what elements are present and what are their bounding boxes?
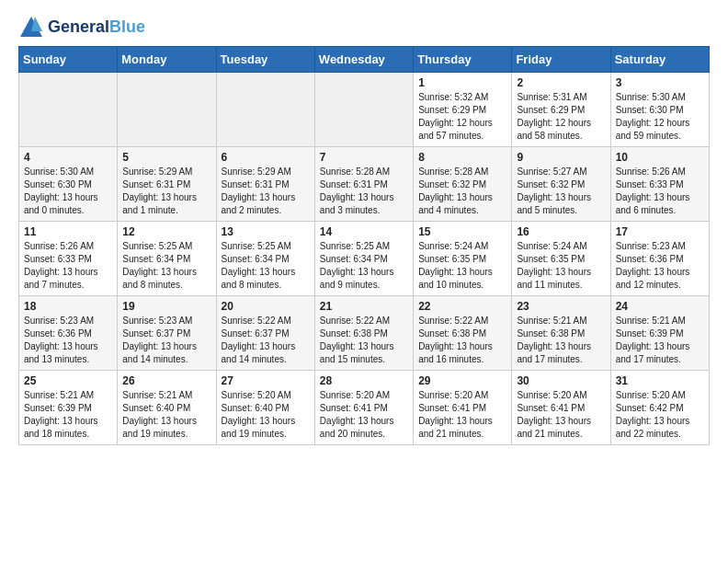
calendar-cell — [314, 73, 413, 147]
day-number: 26 — [122, 374, 210, 387]
day-info: Sunrise: 5:23 AM Sunset: 6:36 PM Dayligh… — [24, 315, 112, 366]
calendar-cell: 24Sunrise: 5:21 AM Sunset: 6:39 PM Dayli… — [610, 296, 709, 371]
calendar-cell: 28Sunrise: 5:20 AM Sunset: 6:41 PM Dayli… — [314, 371, 413, 445]
logo-text: GeneralBlue — [48, 18, 145, 37]
logo: GeneralBlue — [18, 15, 145, 40]
day-number: 17 — [616, 225, 704, 238]
column-header-tuesday: Tuesday — [216, 47, 314, 73]
day-number: 14 — [320, 225, 408, 238]
calendar-cell: 3Sunrise: 5:30 AM Sunset: 6:30 PM Daylig… — [610, 73, 709, 147]
day-number: 15 — [418, 225, 506, 238]
calendar-cell — [216, 73, 314, 147]
day-number: 31 — [616, 374, 704, 387]
day-number: 8 — [418, 151, 506, 164]
calendar-week-row: 4Sunrise: 5:30 AM Sunset: 6:30 PM Daylig… — [19, 147, 710, 222]
day-info: Sunrise: 5:22 AM Sunset: 6:38 PM Dayligh… — [418, 315, 506, 366]
column-header-sunday: Sunday — [19, 47, 118, 73]
calendar-cell: 21Sunrise: 5:22 AM Sunset: 6:38 PM Dayli… — [314, 296, 413, 371]
day-info: Sunrise: 5:28 AM Sunset: 6:31 PM Dayligh… — [320, 166, 408, 217]
day-info: Sunrise: 5:23 AM Sunset: 6:36 PM Dayligh… — [616, 240, 704, 292]
day-info: Sunrise: 5:25 AM Sunset: 6:34 PM Dayligh… — [320, 240, 408, 292]
day-info: Sunrise: 5:29 AM Sunset: 6:31 PM Dayligh… — [222, 166, 310, 217]
day-number: 3 — [616, 76, 704, 89]
calendar-cell: 31Sunrise: 5:20 AM Sunset: 6:42 PM Dayli… — [610, 371, 709, 445]
column-header-saturday: Saturday — [610, 47, 709, 73]
day-info: Sunrise: 5:24 AM Sunset: 6:35 PM Dayligh… — [418, 240, 506, 292]
calendar-cell: 1Sunrise: 5:32 AM Sunset: 6:29 PM Daylig… — [414, 73, 512, 147]
day-number: 20 — [222, 300, 310, 313]
day-info: Sunrise: 5:25 AM Sunset: 6:34 PM Dayligh… — [122, 240, 210, 292]
calendar-cell: 12Sunrise: 5:25 AM Sunset: 6:34 PM Dayli… — [118, 222, 216, 296]
calendar-cell: 30Sunrise: 5:20 AM Sunset: 6:41 PM Dayli… — [512, 371, 610, 445]
day-number: 18 — [24, 300, 112, 313]
day-number: 28 — [320, 374, 408, 387]
day-info: Sunrise: 5:20 AM Sunset: 6:41 PM Dayligh… — [320, 389, 408, 441]
column-header-wednesday: Wednesday — [314, 47, 413, 73]
calendar-week-row: 25Sunrise: 5:21 AM Sunset: 6:39 PM Dayli… — [19, 371, 710, 445]
calendar-cell: 4Sunrise: 5:30 AM Sunset: 6:30 PM Daylig… — [19, 147, 118, 222]
column-header-thursday: Thursday — [414, 47, 512, 73]
calendar-cell: 8Sunrise: 5:28 AM Sunset: 6:32 PM Daylig… — [414, 147, 512, 222]
day-number: 19 — [122, 300, 210, 313]
day-info: Sunrise: 5:21 AM Sunset: 6:40 PM Dayligh… — [122, 389, 210, 441]
day-info: Sunrise: 5:21 AM Sunset: 6:39 PM Dayligh… — [24, 389, 112, 441]
day-number: 25 — [24, 374, 112, 387]
day-number: 24 — [616, 300, 704, 313]
day-number: 9 — [517, 151, 605, 164]
calendar-week-row: 11Sunrise: 5:26 AM Sunset: 6:33 PM Dayli… — [19, 222, 710, 296]
calendar-cell — [118, 73, 216, 147]
calendar-week-row: 18Sunrise: 5:23 AM Sunset: 6:36 PM Dayli… — [19, 296, 710, 371]
day-info: Sunrise: 5:30 AM Sunset: 6:30 PM Dayligh… — [616, 91, 704, 143]
calendar-table: SundayMondayTuesdayWednesdayThursdayFrid… — [18, 46, 710, 445]
day-info: Sunrise: 5:25 AM Sunset: 6:34 PM Dayligh… — [222, 240, 310, 292]
calendar-cell — [19, 73, 118, 147]
calendar-cell: 6Sunrise: 5:29 AM Sunset: 6:31 PM Daylig… — [216, 147, 314, 222]
day-info: Sunrise: 5:29 AM Sunset: 6:31 PM Dayligh… — [122, 166, 210, 217]
day-number: 7 — [320, 151, 408, 164]
day-number: 16 — [517, 225, 605, 238]
day-info: Sunrise: 5:23 AM Sunset: 6:37 PM Dayligh… — [122, 315, 210, 366]
calendar-cell: 20Sunrise: 5:22 AM Sunset: 6:37 PM Dayli… — [216, 296, 314, 371]
day-info: Sunrise: 5:22 AM Sunset: 6:38 PM Dayligh… — [320, 315, 408, 366]
day-number: 21 — [320, 300, 408, 313]
calendar-cell: 14Sunrise: 5:25 AM Sunset: 6:34 PM Dayli… — [314, 222, 413, 296]
calendar-cell: 13Sunrise: 5:25 AM Sunset: 6:34 PM Dayli… — [216, 222, 314, 296]
day-info: Sunrise: 5:30 AM Sunset: 6:30 PM Dayligh… — [24, 166, 112, 217]
day-info: Sunrise: 5:21 AM Sunset: 6:38 PM Dayligh… — [517, 315, 605, 366]
calendar-cell: 2Sunrise: 5:31 AM Sunset: 6:29 PM Daylig… — [512, 73, 610, 147]
day-info: Sunrise: 5:26 AM Sunset: 6:33 PM Dayligh… — [24, 240, 112, 292]
day-info: Sunrise: 5:21 AM Sunset: 6:39 PM Dayligh… — [616, 315, 704, 366]
calendar-cell: 29Sunrise: 5:20 AM Sunset: 6:41 PM Dayli… — [414, 371, 512, 445]
day-number: 12 — [122, 225, 210, 238]
calendar-cell: 18Sunrise: 5:23 AM Sunset: 6:36 PM Dayli… — [19, 296, 118, 371]
day-number: 29 — [418, 374, 506, 387]
day-info: Sunrise: 5:32 AM Sunset: 6:29 PM Dayligh… — [418, 91, 506, 143]
calendar-cell: 9Sunrise: 5:27 AM Sunset: 6:32 PM Daylig… — [512, 147, 610, 222]
day-info: Sunrise: 5:22 AM Sunset: 6:37 PM Dayligh… — [222, 315, 310, 366]
day-number: 23 — [517, 300, 605, 313]
day-info: Sunrise: 5:20 AM Sunset: 6:41 PM Dayligh… — [418, 389, 506, 441]
calendar-cell: 26Sunrise: 5:21 AM Sunset: 6:40 PM Dayli… — [118, 371, 216, 445]
calendar-cell: 17Sunrise: 5:23 AM Sunset: 6:36 PM Dayli… — [610, 222, 709, 296]
day-number: 22 — [418, 300, 506, 313]
day-number: 27 — [222, 374, 310, 387]
day-info: Sunrise: 5:20 AM Sunset: 6:41 PM Dayligh… — [517, 389, 605, 441]
column-header-friday: Friday — [512, 47, 610, 73]
day-number: 1 — [418, 76, 506, 89]
day-info: Sunrise: 5:28 AM Sunset: 6:32 PM Dayligh… — [418, 166, 506, 217]
day-number: 30 — [517, 374, 605, 387]
day-number: 11 — [24, 225, 112, 238]
logo-icon — [18, 15, 44, 40]
calendar-week-row: 1Sunrise: 5:32 AM Sunset: 6:29 PM Daylig… — [19, 73, 710, 147]
calendar-cell: 16Sunrise: 5:24 AM Sunset: 6:35 PM Dayli… — [512, 222, 610, 296]
day-info: Sunrise: 5:24 AM Sunset: 6:35 PM Dayligh… — [517, 240, 605, 292]
calendar-cell: 7Sunrise: 5:28 AM Sunset: 6:31 PM Daylig… — [314, 147, 413, 222]
day-info: Sunrise: 5:26 AM Sunset: 6:33 PM Dayligh… — [616, 166, 704, 217]
calendar-cell: 27Sunrise: 5:20 AM Sunset: 6:40 PM Dayli… — [216, 371, 314, 445]
calendar-cell: 22Sunrise: 5:22 AM Sunset: 6:38 PM Dayli… — [414, 296, 512, 371]
calendar-cell: 10Sunrise: 5:26 AM Sunset: 6:33 PM Dayli… — [610, 147, 709, 222]
calendar-cell: 19Sunrise: 5:23 AM Sunset: 6:37 PM Dayli… — [118, 296, 216, 371]
day-number: 4 — [24, 151, 112, 164]
day-number: 13 — [222, 225, 310, 238]
page-header: GeneralBlue — [18, 15, 710, 40]
